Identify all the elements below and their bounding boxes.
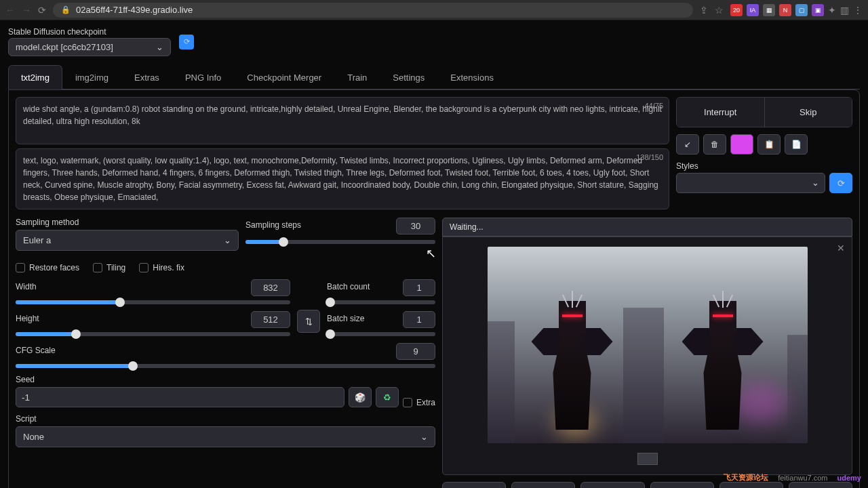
- batch-size-label: Batch size: [327, 314, 364, 323]
- extension-icons: 20 IA ▦ N ▢ ▣ ✦ ▥ ⋮: [730, 4, 863, 16]
- url-text: 02a56ff4-71ff-439e.gradio.live: [76, 5, 193, 15]
- save-button[interactable]: Save: [511, 482, 575, 488]
- sampling-method-select[interactable]: Euler a ⌄: [16, 230, 239, 251]
- puzzle-icon[interactable]: ✦: [828, 5, 836, 16]
- output-gallery: ✕: [442, 237, 852, 475]
- chevron-down-icon: ⌄: [812, 178, 819, 188]
- neg-prompt-token-count: 138/150: [636, 152, 663, 163]
- height-value[interactable]: 512: [251, 311, 290, 328]
- ext-icon-4[interactable]: N: [779, 4, 791, 16]
- batch-count-slider[interactable]: [327, 300, 435, 304]
- zip-button[interactable]: Zip: [580, 482, 644, 488]
- ext-icon-1[interactable]: 20: [730, 4, 743, 16]
- tab-extensions[interactable]: Extensions: [437, 65, 507, 89]
- main-tabs: txt2img img2img Extras PNG Info Checkpoi…: [8, 64, 860, 89]
- arrow-button[interactable]: ↙: [676, 134, 699, 155]
- browser-chrome: ← → ⟳ 🔒 02a56ff4-71ff-439e.gradio.live ⇪…: [0, 0, 868, 20]
- prompt-token-count: 44/75: [644, 100, 663, 112]
- batch-count-value[interactable]: 1: [403, 279, 435, 296]
- tab-pnginfo[interactable]: PNG Info: [172, 65, 234, 89]
- ext-icon-6[interactable]: ▣: [812, 4, 824, 16]
- ext-icon-5[interactable]: ▢: [795, 4, 808, 16]
- tiling-checkbox[interactable]: Tiling: [93, 263, 125, 272]
- send-inpaint-button[interactable]: Send to inpaint: [719, 482, 783, 488]
- preview-image[interactable]: [488, 247, 808, 443]
- hires-fix-checkbox[interactable]: Hires. fix: [139, 263, 184, 272]
- send-extras-button[interactable]: Send to extras: [789, 482, 852, 488]
- batch-count-label: Batch count: [327, 282, 370, 291]
- cfg-scale-slider[interactable]: [16, 364, 435, 368]
- chevron-down-icon: ⌄: [156, 42, 163, 52]
- url-bar[interactable]: 🔒 02a56ff4-71ff-439e.gradio.live: [53, 3, 693, 18]
- swap-dimensions-button[interactable]: ⇅: [297, 310, 320, 333]
- panel-icon[interactable]: ▥: [840, 5, 849, 16]
- ext-icon-3[interactable]: ▦: [763, 4, 775, 16]
- paper-button[interactable]: 📄: [785, 134, 808, 155]
- sampling-steps-label: Sampling steps: [245, 220, 301, 230]
- sampling-method-label: Sampling method: [16, 218, 239, 227]
- chevron-down-icon: ⌄: [224, 235, 231, 245]
- checkpoint-label: Stable Diffusion checkpoint: [8, 27, 171, 37]
- share-icon[interactable]: ⇪: [700, 5, 708, 16]
- send-img2img-button[interactable]: Send to img2img: [650, 482, 714, 488]
- tab-txt2img[interactable]: txt2img: [8, 65, 62, 89]
- checkpoint-select[interactable]: model.ckpt [cc6cb27103] ⌄: [8, 38, 171, 56]
- sampling-steps-value[interactable]: 30: [396, 218, 435, 235]
- back-icon[interactable]: ←: [5, 5, 15, 16]
- tab-extras[interactable]: Extras: [121, 65, 172, 89]
- width-slider[interactable]: [16, 300, 290, 304]
- seed-random-button[interactable]: 🎲: [349, 387, 372, 407]
- width-label: Width: [16, 282, 37, 291]
- pink-button[interactable]: [730, 134, 753, 155]
- output-status: Waiting...: [442, 218, 852, 237]
- prompt-input[interactable]: 44/75 wide shot angle, a (gundam:0.8) ro…: [16, 97, 669, 144]
- script-label: Script: [16, 414, 435, 424]
- close-icon[interactable]: ✕: [837, 243, 845, 253]
- seed-recycle-button[interactable]: ♻: [376, 387, 399, 407]
- ext-icon-2[interactable]: IA: [747, 4, 759, 16]
- reload-icon[interactable]: ⟳: [38, 5, 46, 16]
- tab-settings[interactable]: Settings: [380, 65, 437, 89]
- width-value[interactable]: 832: [251, 279, 290, 296]
- negative-prompt-input[interactable]: 138/150 text, logo, watermark, (worst qu…: [16, 148, 669, 209]
- seed-extra-checkbox[interactable]: Extra: [403, 398, 435, 407]
- cfg-scale-value[interactable]: 9: [396, 343, 435, 360]
- interrupt-button[interactable]: Interrupt: [677, 98, 765, 127]
- open-folder-button[interactable]: 📁: [442, 482, 506, 488]
- tab-checkpoint-merger[interactable]: Checkpoint Merger: [234, 65, 334, 89]
- thumbnail[interactable]: [637, 453, 658, 465]
- seed-input[interactable]: [16, 387, 344, 407]
- chevron-down-icon: ⌄: [420, 432, 428, 442]
- styles-label: Styles: [676, 161, 825, 171]
- height-slider[interactable]: [16, 332, 290, 336]
- refresh-checkpoint-button[interactable]: ⟳: [179, 35, 194, 49]
- menu-icon[interactable]: ⋮: [853, 5, 863, 16]
- forward-icon[interactable]: →: [22, 5, 31, 16]
- styles-apply-button[interactable]: ⟳: [829, 173, 852, 193]
- height-label: Height: [16, 314, 39, 323]
- watermark: 飞天资源论坛 feitianwu7.com udemy: [724, 472, 861, 483]
- sampling-steps-slider[interactable]: [245, 240, 435, 244]
- script-select[interactable]: None ⌄: [16, 426, 435, 447]
- batch-size-value[interactable]: 1: [403, 311, 435, 328]
- lock-icon: 🔒: [61, 5, 71, 14]
- star-icon[interactable]: ☆: [715, 5, 724, 16]
- batch-size-slider[interactable]: [327, 332, 435, 336]
- skip-button[interactable]: Skip: [765, 98, 852, 127]
- cfg-scale-label: CFG Scale: [16, 346, 56, 355]
- seed-label: Seed: [16, 375, 435, 384]
- styles-select[interactable]: ⌄: [676, 173, 825, 193]
- tab-img2img[interactable]: img2img: [62, 65, 121, 89]
- trash-button[interactable]: 🗑: [703, 134, 726, 155]
- restore-faces-checkbox[interactable]: Restore faces: [16, 263, 79, 272]
- clipboard-button[interactable]: 📋: [757, 134, 781, 155]
- tab-train[interactable]: Train: [334, 65, 380, 89]
